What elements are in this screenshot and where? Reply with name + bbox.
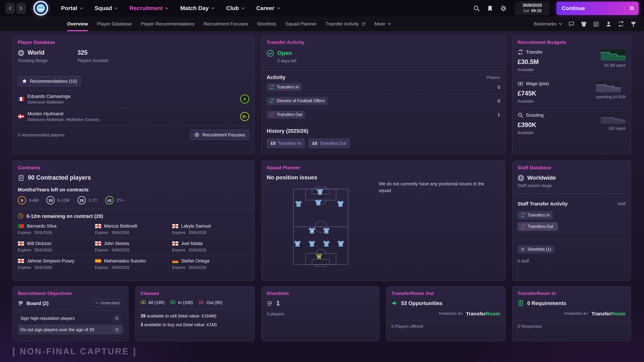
- back-button[interactable]: [5, 3, 15, 14]
- recruitment-budgets-title[interactable]: Recruitment Budgets: [518, 39, 626, 45]
- pitch-shirt-goalkeeper[interactable]: 25: [315, 253, 323, 260]
- tab-recruitment-focuses[interactable]: Recruitment Focuses: [204, 16, 248, 31]
- player-position: Defensive Midfielder: [28, 100, 70, 105]
- tab-more[interactable]: More: [374, 16, 391, 31]
- top-bar: Portal Squad Recruitment Match Day Club …: [0, 0, 644, 16]
- news-button[interactable]: [593, 21, 600, 27]
- pitch-shirt[interactable]: 3: [322, 240, 330, 247]
- menu-match-day[interactable]: Match Day: [180, 5, 215, 11]
- transferroom-out-title[interactable]: TransferRoom Out: [392, 291, 500, 296]
- transfer-budget-icon: [518, 49, 523, 55]
- clauses-filter-in[interactable]: In (100): [170, 300, 193, 305]
- tab-transfer-activity[interactable]: Transfer Activity: [326, 16, 366, 31]
- transferroom-in-title[interactable]: TransferRoom In: [518, 291, 626, 296]
- menu-recruitment[interactable]: Recruitment: [130, 5, 169, 11]
- double-chevron-right-icon: [625, 6, 634, 10]
- scouting-button[interactable]: [606, 21, 612, 27]
- menu-portal[interactable]: Portal: [61, 5, 83, 11]
- recruitment-focuses-button[interactable]: Recruitment Focuses: [190, 130, 249, 140]
- contract-player[interactable]: Bernardo Silva Expires30/6/2026: [18, 224, 95, 235]
- menu-club[interactable]: Club: [226, 5, 245, 11]
- app: Portal Squad Recruitment Match Day Club …: [0, 0, 644, 362]
- tab-shortlists[interactable]: Shortlists: [257, 16, 276, 31]
- objective-row[interactable]: Do not sign players over the age of 29: [18, 325, 123, 335]
- contract-player[interactable]: Joel Ndala Expires30/6/2026: [172, 241, 249, 252]
- recruitment-objectives-title[interactable]: Recruitment Objectives: [18, 291, 123, 296]
- objective-row[interactable]: Sign high-reputation players: [18, 313, 123, 323]
- inbox-button[interactable]: [568, 21, 574, 27]
- history-transfers-out-button[interactable]: £0 Transfers Out: [308, 138, 350, 148]
- budget-amount: £390K: [518, 121, 544, 129]
- dof-offers-button[interactable]: Director of Football Offers: [267, 97, 328, 105]
- contract-player[interactable]: John Stones Expires30/6/2026: [95, 241, 172, 252]
- contract-player[interactable]: Stefan Ortega Expires30/6/2026: [172, 258, 249, 270]
- clauses-filter-all[interactable]: All (195): [140, 300, 164, 305]
- tab-player-database[interactable]: Player Database: [97, 16, 132, 31]
- powered-by-label: POWERED BY: [439, 312, 463, 315]
- contracts-title[interactable]: Contracts: [18, 165, 249, 170]
- competitions-button[interactable]: [630, 21, 636, 27]
- pitch-shirt[interactable]: 7: [294, 200, 302, 207]
- clauses-title[interactable]: Clauses: [140, 291, 249, 296]
- menu-squad[interactable]: Squad: [94, 5, 118, 11]
- menu-career[interactable]: Career: [256, 5, 280, 11]
- club-badge[interactable]: [33, 1, 48, 16]
- staff-shortlists-button[interactable]: Shortlists (1): [518, 245, 554, 253]
- pitch-shirt[interactable]: 82: [337, 240, 345, 247]
- recommended-player-row[interactable]: Eduardo Camavinga Defensive Midfielder A: [18, 93, 249, 105]
- contract-player[interactable]: Will Dickson Expires30/6/2026: [18, 241, 95, 252]
- money-icon: [140, 300, 146, 305]
- transfer-out-icon: [270, 112, 274, 117]
- squad-button[interactable]: [580, 21, 587, 27]
- pitch-shirt[interactable]: 8: [322, 227, 330, 234]
- bookmark-button[interactable]: [487, 5, 494, 11]
- recommendations-button[interactable]: Recommendations (10): [18, 76, 81, 86]
- contract-player[interactable]: Lakyle Samuel Expires30/6/2026: [172, 224, 249, 235]
- window-status-sub: 2 days left: [278, 59, 500, 63]
- tab-overview[interactable]: Overview: [67, 16, 88, 31]
- tab-squad-planner[interactable]: Squad Planner: [286, 16, 316, 31]
- tab-player-recommendations[interactable]: Player Recommendations: [141, 16, 195, 31]
- contract-player[interactable]: Marcus Bettinelli Expires30/6/2026: [95, 224, 172, 235]
- tab-label: Squad Planner: [286, 21, 316, 26]
- settings-button[interactable]: [500, 5, 507, 11]
- sync-button[interactable]: [618, 21, 624, 27]
- objective-history-button[interactable]: [113, 326, 120, 333]
- shortlists-title[interactable]: Shortlists: [267, 291, 374, 296]
- recommended-player-row[interactable]: Morten Hjulmand Defensive Midfielder, Mi…: [18, 111, 249, 122]
- recruitment-focuses-label: Recruitment Focuses: [202, 132, 245, 137]
- pitch-shirt[interactable]: 6: [308, 240, 316, 247]
- forward-button[interactable]: [16, 3, 26, 14]
- staff-transfers-out-button[interactable]: Transfers Out: [518, 222, 558, 231]
- player-name: Marcus Bettinelli: [104, 224, 137, 229]
- expires-label: Expires: [95, 230, 108, 235]
- brand-part-1: Transfer: [592, 311, 611, 317]
- player-database-title[interactable]: Player Database: [18, 39, 249, 45]
- staff-transfers-in-button[interactable]: Transfers In: [518, 211, 553, 219]
- transfers-out-button[interactable]: Transfers Out: [267, 111, 305, 119]
- transfer-activity-title[interactable]: Transfer Activity: [267, 39, 500, 45]
- objective-history-button[interactable]: [113, 314, 120, 322]
- clauses-filter-out[interactable]: Out (95): [198, 300, 222, 305]
- history-transfers-in-button[interactable]: £0 Transfers In: [267, 138, 305, 148]
- divider: [386, 320, 505, 321]
- time-value: 09:15: [531, 8, 541, 13]
- pitch-shirt[interactable]: 16: [308, 227, 316, 234]
- contract-player[interactable]: Mahamadou Susoho Expires30/6/2026: [95, 258, 172, 270]
- continue-button[interactable]: Continue: [556, 1, 639, 15]
- search-button[interactable]: [473, 5, 480, 11]
- bucket-count: 20: [46, 196, 55, 204]
- pitch-shirt[interactable]: 24: [294, 240, 302, 247]
- transfer-budget-section: Transfer £30.5M Available £4.3M spent: [518, 49, 626, 72]
- squad-planner-title[interactable]: Squad Planner: [267, 165, 500, 170]
- bucket-6-12m: 20 6-12M: [46, 196, 70, 204]
- bookmarks-dropdown[interactable]: Bookmarks: [534, 21, 562, 26]
- pitch-shirt[interactable]: 20: [336, 200, 344, 207]
- transfers-in-button[interactable]: Transfers In: [267, 83, 302, 91]
- pitch-shirt[interactable]: 47: [314, 199, 322, 206]
- staff-database-title[interactable]: Staff Database: [518, 165, 626, 170]
- pitch-shirt[interactable]: 9: [316, 188, 324, 195]
- contract-player[interactable]: Jahmai Simpson-Pusey Expires30/6/2026: [18, 258, 95, 270]
- bucket-2y-plus: 41 2Y+: [106, 196, 124, 204]
- objective-text: Do not sign players over the age of 29: [20, 327, 94, 332]
